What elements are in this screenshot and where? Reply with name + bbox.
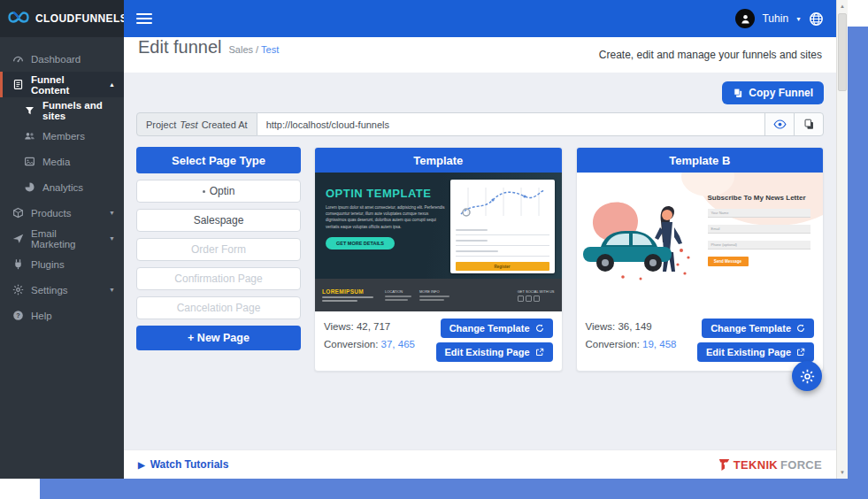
page-type-confirmation-button[interactable]: Confirmation Page (136, 267, 301, 290)
template-a-preview[interactable]: OPTIN TEMPLATE Lorem ipsum dolor sit ame… (315, 173, 562, 311)
page-type-panel: Select Page Type Optin Salespage Order F… (136, 147, 301, 350)
scroll-down-arrow[interactable]: ▼ (837, 466, 848, 479)
teknikforce-logo: TEKNIKFORCE (718, 458, 822, 472)
views-value: 42, 717 (357, 321, 390, 332)
brand-name: CLOUDFUNNELS (35, 12, 127, 25)
edit-existing-page-button[interactable]: Edit Existing Page (697, 342, 814, 362)
question-circle-icon: ? (12, 310, 24, 321)
plug-icon (12, 258, 24, 270)
content-area: Copy Funnel Project Test Created At (124, 73, 836, 449)
page-subtitle: Create, edit and manage your funnels and… (599, 49, 822, 61)
bullet-dot-icon (203, 190, 205, 193)
copy-url-button[interactable] (794, 112, 824, 136)
external-link-icon (535, 348, 544, 357)
topbar: Tuhin (124, 0, 836, 37)
change-template-button[interactable]: Change Template (441, 319, 553, 338)
social-icon (526, 296, 532, 302)
form-field (456, 250, 549, 257)
footer-social-column: GET SOCIAL WITH US (518, 289, 555, 302)
sidebar-item-dashboard[interactable]: Dashboard (0, 46, 124, 72)
app-footer: Watch Tutorials TEKNIKFORCE (124, 449, 836, 479)
paper-plane-icon (12, 233, 24, 244)
template-b-header: Template B (577, 148, 824, 173)
optin-hero: OPTIN TEMPLATE Lorem ipsum dolor sit ame… (315, 173, 562, 279)
name-field: Your Name (708, 209, 811, 218)
conversion-value: 37, 465 (381, 339, 415, 349)
eye-icon (773, 118, 787, 131)
page-title: Edit funnel (138, 37, 222, 58)
sidebar-item-help[interactable]: ? Help (0, 303, 124, 328)
social-icon (518, 296, 524, 302)
sidebar-item-funnels-and-sites[interactable]: Funnels and sites (0, 97, 124, 123)
page-type-order-form-button[interactable]: Order Form (136, 238, 301, 261)
sidebar-item-plugins[interactable]: Plugins (0, 251, 124, 277)
template-a-header: Template (315, 148, 562, 173)
menu-icon[interactable] (136, 11, 152, 27)
line-chart-graphic (456, 184, 549, 221)
page-type-cancelation-button[interactable]: Cancelation Page (136, 296, 301, 319)
sidebar-item-funnel-content[interactable]: Funnel Content (0, 72, 124, 97)
template-b-preview[interactable]: Subscribe To My News Letter Your Name Em… (577, 173, 824, 311)
footer-location-column: LOCATION (385, 289, 411, 301)
speedometer-icon (12, 53, 24, 65)
infinity-logo-icon (7, 11, 30, 27)
breadcrumb-current[interactable]: Test (261, 44, 279, 55)
scroll-up-arrow[interactable]: ▲ (837, 0, 848, 12)
document-icon (12, 79, 24, 90)
play-icon (138, 458, 145, 471)
chevron-down-icon (109, 287, 115, 293)
sidebar: CLOUDFUNNELS Dashboard Funnel Content Fu… (0, 0, 124, 479)
chevron-up-icon (109, 81, 115, 88)
template-a-stats: Views: 42, 717 Conversion: 37, 465 (324, 319, 415, 362)
optin-cta-button: GET MORE DETAILS (326, 237, 395, 250)
newsletter-title: Subscribe To My News Letter (708, 194, 811, 202)
preview-url-button[interactable] (764, 112, 795, 136)
teknikforce-mark-icon (718, 458, 731, 472)
select-page-type-button[interactable]: Select Page Type (136, 147, 301, 173)
optin-footer: LOREMIPSUM LOCATION MORE INFO (315, 279, 562, 311)
sidebar-item-products[interactable]: Products (0, 200, 124, 226)
chevron-down-icon[interactable] (795, 16, 802, 22)
template-b-card: Template B (576, 147, 825, 372)
sidebar-item-settings[interactable]: Settings (0, 277, 124, 303)
page-type-optin-button[interactable]: Optin (136, 180, 301, 203)
person-icon (740, 13, 751, 25)
main-area: Tuhin Edit funnel Sales / Test Create, e… (124, 0, 836, 479)
funnel-url-input[interactable] (257, 112, 765, 136)
funnel-icon (24, 105, 35, 116)
user-avatar[interactable] (735, 9, 755, 28)
globe-icon[interactable] (809, 12, 824, 27)
refresh-icon (796, 324, 805, 333)
gear-icon (800, 369, 815, 384)
edit-existing-page-button[interactable]: Edit Existing Page (436, 342, 553, 362)
watch-tutorials-link[interactable]: Watch Tutorials (138, 458, 228, 471)
sidebar-item-media[interactable]: Media (0, 149, 124, 174)
scrollbar-thumb[interactable] (838, 13, 847, 91)
image-icon (24, 156, 35, 167)
refresh-icon (535, 324, 544, 333)
copy-icon (733, 88, 743, 98)
users-icon (24, 130, 35, 142)
footer-more-info-column: MORE INFO (419, 289, 449, 301)
views-value: 36, 149 (618, 321, 651, 332)
page-header: Edit funnel Sales / Test Create, edit an… (124, 37, 836, 73)
vertical-scrollbar[interactable]: ▲ ▼ (836, 0, 848, 479)
social-icon (534, 296, 540, 302)
copy-funnel-button[interactable]: Copy Funnel (722, 81, 824, 104)
page-type-salespage-button[interactable]: Salespage (136, 209, 301, 232)
brand-logo[interactable]: CLOUDFUNNELS (0, 0, 124, 37)
settings-fab-button[interactable] (792, 361, 822, 391)
sidebar-item-email-marketing[interactable]: Email Marketing (0, 226, 124, 251)
new-page-button[interactable]: + New Page (136, 326, 301, 350)
funnel-url-label: Project Test Created At (136, 112, 257, 136)
sidebar-item-analytics[interactable]: Analytics (0, 174, 124, 200)
change-template-button[interactable]: Change Template (702, 319, 814, 338)
conversion-value: 19, 458 (642, 339, 676, 349)
phone-field: Phone (optional) (708, 241, 811, 250)
email-field: Email (708, 225, 811, 234)
sidebar-item-members[interactable]: Members (0, 123, 124, 149)
sidebar-nav: Dashboard Funnel Content Funnels and sit… (0, 37, 124, 328)
box-icon (12, 207, 24, 219)
user-name[interactable]: Tuhin (762, 12, 788, 25)
external-link-icon (796, 348, 805, 357)
